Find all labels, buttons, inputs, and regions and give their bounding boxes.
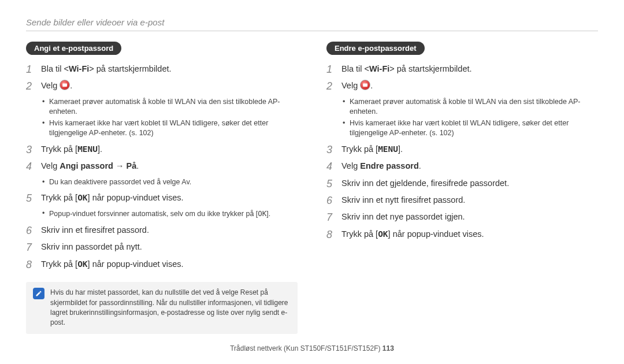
- step-4-left: 4 Velg Angi passord → På.: [26, 160, 298, 173]
- menu-key-icon: MENU: [378, 144, 398, 154]
- bullet: Du kan deaktivere passordet ved å velge …: [42, 177, 298, 188]
- step-number: 2: [26, 80, 41, 93]
- step-2-left: 2 Velg .: [26, 80, 298, 93]
- step-1-right: 1 Bla til <Wi-Fi> på startskjermbildet.: [326, 63, 598, 76]
- step-5-left-notes: Popup-vinduet forsvinner automatisk, sel…: [42, 209, 298, 220]
- column-right: Endre e-postpassordet 1 Bla til <Wi-Fi> …: [326, 42, 598, 334]
- step-text: Skriv inn et firesifret passord.: [41, 224, 298, 237]
- step-number: 5: [26, 192, 41, 205]
- step-7-left: 7 Skriv inn passordet på nytt.: [26, 241, 298, 254]
- step-text: Trykk på [OK] når popup-vinduet vises.: [41, 258, 298, 272]
- email-icon: [360, 80, 370, 90]
- step-number: 1: [26, 63, 41, 76]
- step-text: Velg Endre passord.: [341, 160, 598, 173]
- step-4-right: 4 Velg Endre passord.: [326, 160, 598, 173]
- menu-key-icon: MENU: [77, 144, 98, 154]
- step-4-left-notes: Du kan deaktivere passordet ved å velge …: [42, 177, 298, 188]
- column-left: Angi et e-postpassord 1 Bla til <Wi-Fi> …: [26, 42, 298, 334]
- note-text: Hvis du har mistet passordet, kan du nul…: [50, 288, 291, 328]
- step-6-left: 6 Skriv inn et firesifret passord.: [26, 224, 298, 237]
- bullet: Hvis kameraet ikke har vært koblet til W…: [343, 118, 598, 139]
- step-text: Velg .: [341, 80, 598, 93]
- section-pill-right: Endre e-postpassordet: [326, 42, 425, 55]
- step-number: 6: [26, 224, 41, 237]
- step-text: Velg .: [41, 80, 298, 93]
- step-text: Trykk på [MENU].: [341, 143, 598, 157]
- step-8-right: 8 Trykk på [OK] når popup-vinduet vises.: [326, 228, 598, 242]
- step-text: Trykk på [OK] når popup-vinduet vises.: [341, 228, 598, 242]
- step-text: Skriv inn et nytt firesifret passord.: [341, 194, 598, 207]
- step-number: 1: [326, 63, 341, 76]
- step-5-right: 5 Skriv inn det gjeldende, firesifrede p…: [326, 177, 598, 191]
- step-text: Trykk på [MENU].: [41, 143, 298, 157]
- bullet: Popup-vinduet forsvinner automatisk, sel…: [42, 209, 298, 220]
- content-columns: Angi et e-postpassord 1 Bla til <Wi-Fi> …: [26, 42, 598, 334]
- step-3-left: 3 Trykk på [MENU].: [26, 143, 298, 157]
- step-text: Skriv inn det gjeldende, firesifrede pas…: [341, 177, 598, 191]
- step-number: 6: [326, 194, 341, 207]
- step-7-right: 7 Skriv inn det nye passordet igjen.: [326, 211, 598, 224]
- step-8-left: 8 Trykk på [OK] når popup-vinduet vises.: [26, 258, 298, 272]
- step-text: Bla til <Wi-Fi> på startskjermbildet.: [341, 63, 598, 76]
- step-number: 2: [326, 80, 341, 93]
- note-box: Hvis du har mistet passordet, kan du nul…: [26, 282, 298, 334]
- ok-key-icon: OK: [77, 259, 87, 269]
- step-1-left: 1 Bla til <Wi-Fi> på startskjermbildet.: [26, 63, 298, 76]
- step-6-right: 6 Skriv inn et nytt firesifret passord.: [326, 194, 598, 207]
- email-icon: [60, 80, 70, 90]
- step-text: Skriv inn passordet på nytt.: [41, 241, 298, 254]
- step-number: 7: [26, 241, 41, 254]
- page-number: 113: [382, 344, 394, 352]
- page-header: Sende bilder eller videoer via e-post: [26, 17, 598, 27]
- ok-key-icon: OK: [258, 209, 266, 218]
- bullet: Hvis kameraet ikke har vært koblet til W…: [42, 118, 298, 139]
- note-icon: [33, 288, 44, 299]
- step-5-left: 5 Trykk på [OK] når popup-vinduet vises.: [26, 192, 298, 205]
- step-number: 3: [326, 143, 341, 157]
- header-rule: [26, 31, 598, 31]
- step-3-right: 3 Trykk på [MENU].: [326, 143, 598, 157]
- step-text: Bla til <Wi-Fi> på startskjermbildet.: [41, 63, 298, 76]
- step-text: Skriv inn det nye passordet igjen.: [341, 211, 598, 224]
- footer-text: Trådløst nettverk (Kun ST150F/ST151F/ST1…: [230, 344, 382, 352]
- step-number: 8: [26, 258, 41, 272]
- step-2-right-notes: Kameraet prøver automatisk å koble til W…: [343, 97, 598, 139]
- step-number: 7: [326, 211, 341, 224]
- step-text: Velg Angi passord → På.: [41, 160, 298, 173]
- bullet: Kameraet prøver automatisk å koble til W…: [42, 97, 298, 117]
- ok-key-icon: OK: [77, 193, 87, 202]
- step-2-right: 2 Velg .: [326, 80, 598, 93]
- section-pill-left: Angi et e-postpassord: [26, 42, 121, 55]
- page-footer: Trådløst nettverk (Kun ST150F/ST151F/ST1…: [0, 344, 624, 352]
- step-number: 4: [326, 160, 341, 173]
- step-number: 5: [326, 177, 341, 191]
- step-number: 4: [26, 160, 41, 173]
- bullet: Kameraet prøver automatisk å koble til W…: [343, 97, 598, 117]
- step-text: Trykk på [OK] når popup-vinduet vises.: [41, 192, 298, 205]
- ok-key-icon: OK: [378, 229, 388, 239]
- step-number: 8: [326, 228, 341, 242]
- step-number: 3: [26, 143, 41, 157]
- step-2-left-notes: Kameraet prøver automatisk å koble til W…: [42, 97, 298, 139]
